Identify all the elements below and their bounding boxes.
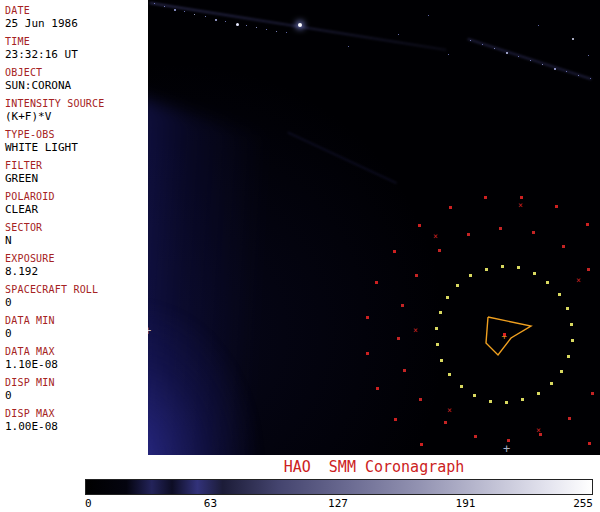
field-label: TIME [5, 35, 146, 48]
yellow-ring-dot [505, 401, 508, 404]
field-label: OBJECT [5, 66, 146, 79]
smm-coronagraph-display: DATE25 Jun 1986TIME23:32:16 UTOBJECTSUN:… [0, 0, 600, 512]
yellow-ring-dot [537, 392, 540, 395]
metadata-field: POLAROIDCLEAR [5, 190, 146, 216]
metadata-field: FILTERGREEN [5, 159, 146, 185]
metadata-field: INTENSITY SOURCE(K+F)*V [5, 97, 146, 123]
red-inner-ring-dot [401, 304, 404, 307]
yellow-ring-dot [501, 265, 504, 268]
field-value: 23:32:16 UT [5, 48, 146, 61]
star [578, 75, 579, 76]
plus-fiducial-marker: + [503, 443, 510, 455]
field-value: WHITE LIGHT [5, 141, 146, 154]
field-value: 0 [5, 389, 146, 402]
star [266, 29, 267, 30]
red-outer-ring-dot [376, 387, 379, 390]
colorbar-tick-label: 63 [204, 497, 217, 510]
star [205, 16, 206, 17]
colorbar-tick-label: 127 [328, 497, 348, 510]
red-inner-ring-dot [397, 337, 400, 340]
star [494, 48, 495, 49]
yellow-ring-dot [446, 296, 449, 299]
plus-fiducial-marker: + [148, 325, 151, 337]
field-label: TYPE-OBS [5, 128, 146, 141]
field-label: POLAROID [5, 190, 146, 203]
star [236, 23, 239, 26]
field-value: N [5, 234, 146, 247]
yellow-ring-dot [436, 343, 439, 346]
colorbar-tick-labels: 063127191255 [85, 497, 593, 511]
red-inner-ring-dot [419, 398, 422, 401]
star [538, 25, 539, 26]
star [530, 60, 531, 61]
star [184, 11, 185, 12]
red-outer-ring-dot [420, 443, 423, 446]
field-value: 8.192 [5, 265, 146, 278]
red-outer-ring-dot [586, 223, 589, 226]
field-label: SECTOR [5, 221, 146, 234]
yellow-ring-dot [460, 385, 463, 388]
yellow-ring-dot [567, 355, 570, 358]
coronagraph-image: ××××××+++ [148, 0, 600, 455]
red-outer-ring-dot [449, 206, 452, 209]
red-inner-ring-dot [444, 421, 447, 424]
feature-polygon-outline [486, 317, 531, 355]
star [246, 25, 247, 26]
red-inner-ring-dot [438, 249, 441, 252]
metadata-field: TYPE-OBSWHITE LIGHT [5, 128, 146, 154]
star [348, 46, 349, 47]
star [428, 15, 429, 16]
metadata-field: OBJECTSUN:CORONA [5, 66, 146, 92]
colorbar [85, 479, 593, 495]
x-fiducial-marker: × [447, 407, 452, 415]
red-inner-ring-dot [532, 231, 535, 234]
star [542, 64, 543, 65]
metadata-field-list: DATE25 Jun 1986TIME23:32:16 UTOBJECTSUN:… [5, 4, 146, 433]
star [276, 31, 277, 32]
yellow-ring-dot [550, 382, 553, 385]
field-label: FILTER [5, 159, 146, 172]
yellow-ring-dot [521, 398, 524, 401]
metadata-sidebar: DATE25 Jun 1986TIME23:32:16 UTOBJECTSUN:… [0, 0, 148, 455]
red-outer-ring-dot [520, 196, 523, 199]
star [194, 14, 195, 15]
star [164, 6, 165, 7]
star [470, 40, 471, 41]
red-outer-ring-dot [484, 196, 487, 199]
field-value: GREEN [5, 172, 146, 185]
red-outer-ring-dot [393, 250, 396, 253]
colorbar-tick-label: 255 [573, 497, 593, 510]
red-inner-ring-dot [562, 245, 565, 248]
red-outer-ring-dot [555, 205, 558, 208]
star [154, 3, 155, 4]
yellow-ring-dot [469, 274, 472, 277]
red-inner-ring-dot [474, 435, 477, 438]
star [298, 23, 302, 27]
star [518, 56, 519, 57]
star [174, 9, 176, 11]
red-inner-ring-dot [415, 274, 418, 277]
field-value: 1.10E-08 [5, 358, 146, 371]
metadata-field: DISP MAX1.00E-08 [5, 407, 146, 433]
field-label: DATA MAX [5, 345, 146, 358]
star [566, 71, 567, 72]
star [572, 38, 574, 40]
red-inner-ring-dot [499, 227, 502, 230]
star [448, 54, 449, 55]
star [506, 52, 508, 54]
yellow-ring-dot [473, 394, 476, 397]
metadata-field: DATA MAX1.10E-08 [5, 345, 146, 371]
red-inner-ring-dot [591, 392, 594, 395]
x-fiducial-marker: × [536, 427, 541, 435]
star [554, 68, 556, 70]
red-inner-ring-dot [568, 417, 571, 420]
metadata-field: DISP MIN0 [5, 376, 146, 402]
x-fiducial-marker: × [413, 327, 418, 335]
metadata-field: EXPOSURE8.192 [5, 252, 146, 278]
field-label: DISP MAX [5, 407, 146, 420]
field-value: (K+F)*V [5, 110, 146, 123]
metadata-field: TIME23:32:16 UT [5, 35, 146, 61]
yellow-ring-dot [566, 307, 569, 310]
field-label: DATA MIN [5, 314, 146, 327]
metadata-field: DATE25 Jun 1986 [5, 4, 146, 30]
